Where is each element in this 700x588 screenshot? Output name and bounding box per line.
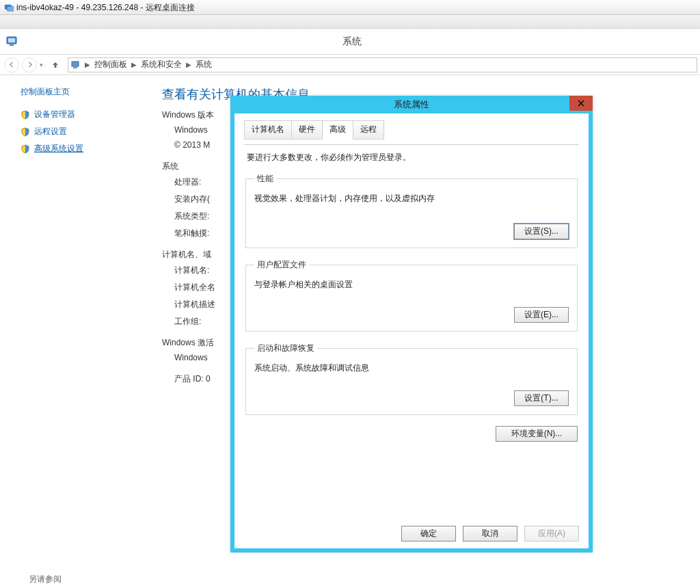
dialog-titlebar[interactable]: 系统属性 [230,96,593,113]
group-performance: 性能 视觉效果，处理器计划，内存使用，以及虚拟内存 设置(S)... [245,173,578,248]
svg-rect-1 [7,6,14,11]
svg-rect-3 [8,38,15,42]
recent-dropdown-icon[interactable]: ▾ [40,62,43,68]
sidebar: 控制面板主页 设备管理器 远程设置 高级系统设置 [0,75,154,588]
chevron-right-icon: ▶ [186,61,191,68]
rdp-title-text: ins-ibv4okaz-49 - 49.235.126.248 - 远程桌面连… [16,0,195,15]
startup-recovery-settings-button[interactable]: 设置(T)... [514,390,569,406]
shield-icon [21,110,30,120]
up-button[interactable] [49,58,62,72]
cancel-button[interactable]: 取消 [463,526,517,542]
chevron-right-icon: ▶ [85,61,90,68]
rdp-icon [4,3,14,12]
shield-icon [21,127,30,137]
sidebar-item-label: 远程设置 [34,126,67,137]
dialog-footer: 确定 取消 应用(A) [401,526,579,542]
dialog-tabs: 计算机名 硬件 高级 远程 [244,120,579,139]
see-also-label: 另请参阅 [29,574,62,585]
performance-desc: 视觉效果，处理器计划，内存使用，以及虚拟内存 [254,193,569,204]
rdp-tab-strip [0,15,700,29]
tab-hardware[interactable]: 硬件 [291,120,323,139]
forward-button[interactable] [22,57,37,72]
svg-rect-6 [73,67,77,68]
sidebar-item-advanced-settings[interactable]: 高级系统设置 [21,143,146,155]
breadcrumb-leaf[interactable]: 系统 [196,59,212,70]
user-profiles-settings-button[interactable]: 设置(E)... [514,307,569,323]
computer-icon [71,60,81,70]
ok-button[interactable]: 确定 [401,526,456,542]
group-user-profiles: 用户配置文件 与登录帐户相关的桌面设置 设置(E)... [245,259,578,332]
sidebar-home[interactable]: 控制面板主页 [21,86,146,98]
group-user-profiles-legend: 用户配置文件 [254,259,309,271]
explorer-title: 系统 [21,36,700,48]
apply-button[interactable]: 应用(A) [524,526,579,542]
breadcrumb-mid[interactable]: 系统和安全 [141,59,182,70]
svg-rect-5 [72,62,79,66]
user-profiles-desc: 与登录帐户相关的桌面设置 [254,279,569,291]
system-properties-dialog: 系统属性 计算机名 硬件 高级 远程 要进行大多数更改，你必须作为管理员登录。 … [230,96,593,552]
close-button[interactable] [569,96,593,111]
navigation-row: ▾ ▶ 控制面板 ▶ 系统和安全 ▶ 系统 [0,55,700,75]
tab-advanced[interactable]: 高级 [322,120,353,139]
group-performance-legend: 性能 [254,173,276,185]
chevron-right-icon: ▶ [131,61,137,68]
sidebar-item-label: 设备管理器 [34,109,75,120]
back-button[interactable] [4,57,19,72]
performance-settings-button[interactable]: 设置(S)... [514,224,569,239]
group-startup-recovery-legend: 启动和故障恢复 [254,343,317,354]
sidebar-item-device-manager[interactable]: 设备管理器 [21,109,146,120]
dialog-title-text: 系统属性 [394,98,429,111]
address-bar[interactable]: ▶ 控制面板 ▶ 系统和安全 ▶ 系统 [68,57,697,72]
breadcrumb-root[interactable]: 控制面板 [94,59,127,70]
admin-note: 要进行大多数更改，你必须作为管理员登录。 [247,152,579,163]
environment-variables-button[interactable]: 环境变量(N)... [496,426,578,442]
tab-remote[interactable]: 远程 [353,120,384,139]
sidebar-item-remote-settings[interactable]: 远程设置 [21,126,146,137]
system-icon [5,34,21,49]
sidebar-item-label: 高级系统设置 [34,143,83,155]
group-startup-recovery: 启动和故障恢复 系统启动、系统故障和调试信息 设置(T)... [245,343,578,415]
shield-icon [21,144,30,154]
tab-computer-name[interactable]: 计算机名 [244,120,292,139]
startup-recovery-desc: 系统启动、系统故障和调试信息 [254,362,569,374]
rdp-titlebar: ins-ibv4okaz-49 - 49.235.126.248 - 远程桌面连… [0,0,700,15]
explorer-header: 系统 [0,29,700,55]
svg-rect-4 [10,44,14,46]
